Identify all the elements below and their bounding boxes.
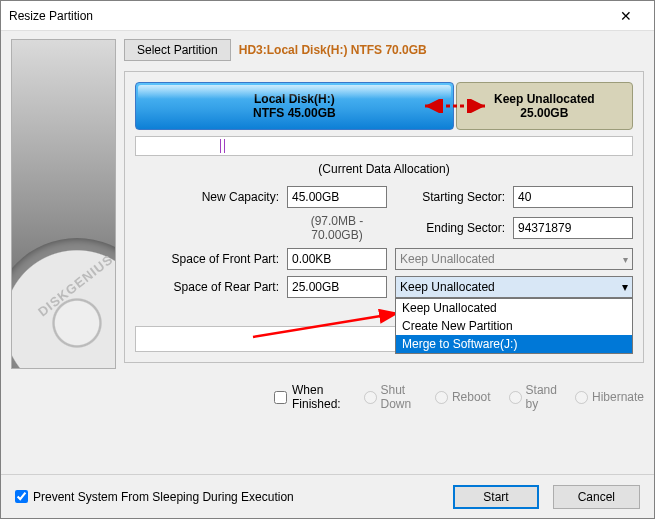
ending-sector-label: Ending Sector: — [395, 221, 505, 235]
prevent-sleep-checkbox[interactable]: Prevent System From Sleeping During Exec… — [15, 490, 294, 504]
radio-shutdown: Shut Down — [364, 383, 417, 411]
window-title: Resize Partition — [9, 9, 606, 23]
footer: Prevent System From Sleeping During Exec… — [1, 474, 654, 518]
radio-hibernate: Hibernate — [575, 390, 644, 404]
allocation-caption: (Current Data Allocation) — [135, 162, 633, 176]
capacity-range-hint: (97.0MB - 70.00GB) — [287, 214, 387, 242]
resize-arrow-icon — [419, 99, 491, 113]
chevron-down-icon: ▾ — [623, 254, 628, 265]
rear-option-create[interactable]: Create New Partition — [396, 317, 632, 335]
front-part-label: Space of Front Part: — [159, 252, 279, 266]
front-part-input[interactable] — [287, 248, 387, 270]
select-partition-button[interactable]: Select Partition — [124, 39, 231, 61]
rear-part-label: Space of Rear Part: — [159, 280, 279, 294]
radio-reboot: Reboot — [435, 390, 491, 404]
partition-main-fs: NTFS 45.00GB — [253, 106, 336, 120]
starting-sector-input[interactable] — [513, 186, 633, 208]
resize-partition-window: Resize Partition ✕ DISKGENIUS Select Par… — [0, 0, 655, 519]
main-panel: Select Partition HD3:Local Disk(H:) NTFS… — [124, 39, 644, 464]
unalloc-size: 25.00GB — [520, 106, 568, 120]
select-row: Select Partition HD3:Local Disk(H:) NTFS… — [124, 39, 644, 61]
rear-part-dropdown: Keep Unallocated Create New Partition Me… — [395, 298, 633, 354]
when-finished-checkbox[interactable]: When Finished: — [274, 383, 346, 411]
starting-sector-label: Starting Sector: — [395, 190, 505, 204]
when-finished-row: When Finished: Shut Down Reboot Stand by… — [274, 383, 644, 411]
partition-unallocated[interactable]: Keep Unallocated 25.00GB — [456, 82, 633, 130]
new-capacity-label: New Capacity: — [159, 190, 279, 204]
partition-main[interactable]: Local Disk(H:) NTFS 45.00GB — [135, 82, 454, 130]
selected-disk-label: HD3:Local Disk(H:) NTFS 70.0GB — [239, 43, 427, 57]
rear-option-keep[interactable]: Keep Unallocated — [396, 299, 632, 317]
front-part-combo: Keep Unallocated▾ — [395, 248, 633, 270]
chevron-down-icon: ▾ — [622, 280, 628, 294]
unalloc-label: Keep Unallocated — [494, 92, 595, 106]
radio-standby: Stand by — [509, 383, 557, 411]
window-body: DISKGENIUS Select Partition HD3:Local Di… — [1, 31, 654, 474]
usage-bar — [135, 136, 633, 156]
cancel-button[interactable]: Cancel — [553, 485, 640, 509]
titlebar: Resize Partition ✕ — [1, 1, 654, 31]
resize-group: Local Disk(H:) NTFS 45.00GB Keep Unalloc… — [124, 71, 644, 363]
ending-sector-input[interactable] — [513, 217, 633, 239]
partition-bar[interactable]: Local Disk(H:) NTFS 45.00GB Keep Unalloc… — [135, 82, 633, 130]
form-grid: New Capacity: Starting Sector: (97.0MB -… — [159, 186, 633, 298]
rear-part-combo[interactable]: Keep Unallocated▾ Keep Unallocated Creat… — [395, 276, 633, 298]
start-button[interactable]: Start — [453, 485, 538, 509]
rear-part-input[interactable] — [287, 276, 387, 298]
close-icon[interactable]: ✕ — [606, 1, 646, 31]
rear-option-merge[interactable]: Merge to Software(J:) — [396, 335, 632, 353]
new-capacity-input[interactable] — [287, 186, 387, 208]
sidebar-disk-image: DISKGENIUS — [11, 39, 116, 369]
